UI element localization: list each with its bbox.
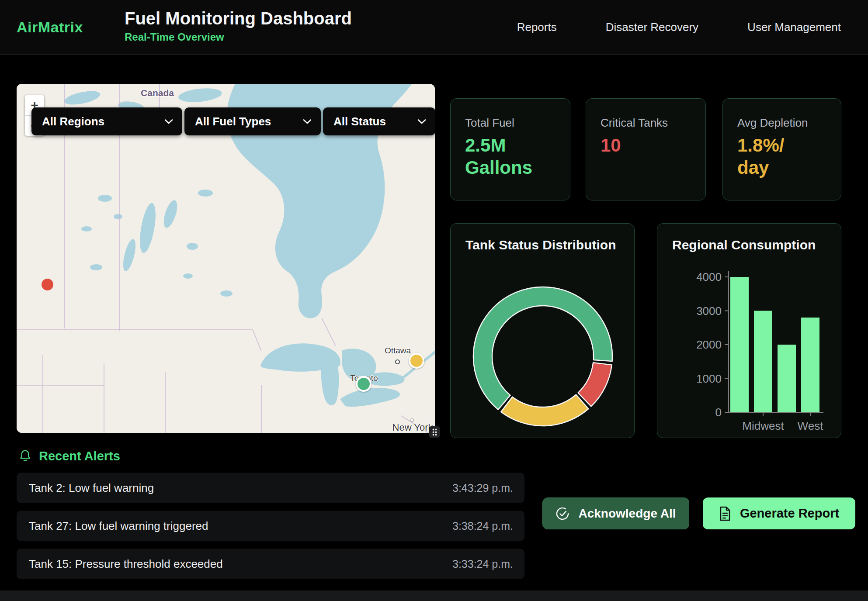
acknowledge-all-label: Acknowledge All [578,507,676,521]
map-label-canada: Canada [141,88,174,98]
chevron-down-icon [303,119,311,124]
svg-text:3000: 3000 [696,304,722,318]
nav-item-disaster-recovery[interactable]: Disaster Recovery [606,21,698,34]
page-subtitle: Real-Time Overview [125,31,352,43]
generate-report-label: Generate Report [740,506,839,521]
region-filter-dropdown[interactable]: All Regions [31,107,182,135]
svg-text:1000: 1000 [696,372,722,385]
regional-consumption-card: Regional Consumption 01000200030004000Mi… [657,223,841,438]
alert-row[interactable]: Tank 2: Low fuel warning 3:43:29 p.m. [17,473,524,503]
tank-marker-critical[interactable] [42,279,53,290]
check-circle-icon [556,507,569,521]
map-filters: All Regions All Fuel Types All Status [31,107,435,135]
alert-timestamp: 3:33:24 p.m. [452,558,513,570]
bar-2 [778,345,796,412]
map-panel[interactable]: + − All Regions All Fuel Types All Statu… [17,84,435,433]
page-title: Fuel Monitoring Dashboard [125,9,352,28]
alert-message: Tank 2: Low fuel warning [29,481,154,495]
alerts-heading-text: Recent Alerts [39,449,120,463]
bar-0 [730,277,749,412]
title-block: Fuel Monitoring Dashboard Real-Time Over… [125,9,352,43]
generate-report-button[interactable]: Generate Report [703,497,855,529]
file-text-icon [719,506,731,521]
bar-chart: 01000200030004000MidwestWest [657,224,842,439]
bell-icon [19,449,31,463]
donut-slice-warning [501,395,588,426]
region-filter-value: All Regions [42,115,104,128]
alert-timestamp: 3:43:29 p.m. [452,482,513,494]
alert-timestamp: 3:38:24 p.m. [452,520,513,532]
map-label-ottawa: Ottawa [385,346,411,356]
svg-text:0: 0 [715,406,722,419]
brand-logo: AirMatrix [17,0,83,54]
map-label-new-york: New York [392,422,433,433]
ottawa-town-dot [395,359,400,364]
fuel-type-filter-dropdown[interactable]: All Fuel Types [184,107,321,135]
svg-text:2000: 2000 [696,338,722,351]
kpi-label: Total Fuel [465,116,561,130]
chevron-down-icon [418,119,426,124]
fuel-type-filter-value: All Fuel Types [195,115,271,128]
app-header: AirMatrix Fuel Monitoring Dashboard Real… [0,0,868,55]
kpi-value: 10 [601,134,697,156]
kpi-value: 2.5MGallons [465,134,561,179]
svg-text:4000: 4000 [696,270,722,283]
main-nav: Reports Disaster Recovery User Managemen… [517,0,841,54]
donut-chart [451,224,635,439]
grip-dots-icon[interactable] [429,426,440,438]
tank-status-distribution-card: Tank Status Distribution [450,223,635,438]
svg-text:Midwest: Midwest [742,419,784,432]
acknowledge-all-button[interactable]: Acknowledge All [542,497,689,529]
kpi-value: 1.8%/day [737,134,832,179]
svg-text:West: West [798,419,824,432]
nav-item-reports[interactable]: Reports [517,21,557,34]
tank-marker-normal[interactable] [356,376,372,392]
bar-1 [754,311,772,412]
donut-slice-critical [578,363,612,406]
alert-row[interactable]: Tank 15: Pressure threshold exceeded 3:3… [17,549,524,579]
alerts-heading: Recent Alerts [19,449,120,463]
kpi-label: Avg Depletion [737,116,832,130]
bar-3 [801,318,819,412]
chevron-down-icon [165,119,173,124]
kpi-card-total-fuel: Total Fuel 2.5MGallons [450,98,570,200]
alert-message: Tank 27: Low fuel warning triggered [29,519,208,533]
kpi-label: Critical Tanks [601,116,697,130]
kpi-card-avg-depletion: Avg Depletion 1.8%/day [722,98,841,200]
alert-row[interactable]: Tank 27: Low fuel warning triggered 3:38… [17,511,524,541]
new-york-town-dot [410,418,414,422]
tank-marker-warning[interactable] [409,353,424,369]
kpi-card-critical-tanks: Critical Tanks 10 [586,98,706,200]
status-filter-dropdown[interactable]: All Status [323,107,435,135]
nav-item-user-management[interactable]: User Management [747,21,841,34]
bottom-bar [0,591,868,601]
alert-message: Tank 15: Pressure threshold exceeded [29,557,223,571]
status-filter-value: All Status [333,115,386,128]
